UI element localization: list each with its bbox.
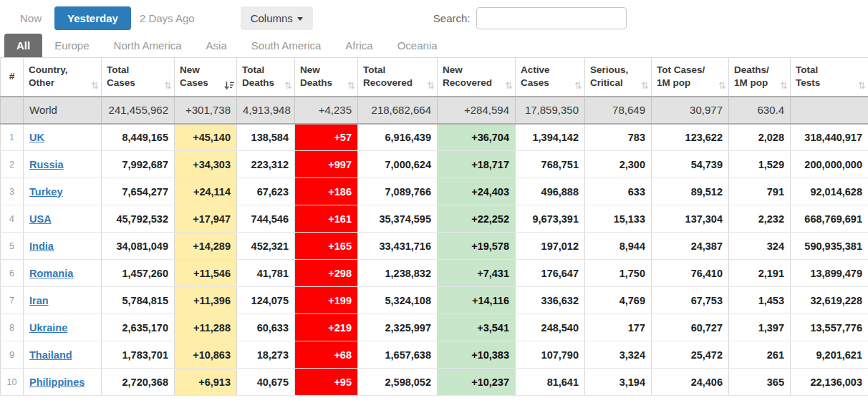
active_cases-cell: 107,790 (516, 341, 585, 369)
total_deaths-cell: 138,584 (237, 124, 295, 151)
total_deaths-cell: 4,913,948 (237, 97, 295, 124)
active_cases-cell: 176,647 (516, 260, 585, 287)
serious_critical-cell: 4,769 (585, 287, 652, 314)
total_tests-cell: 22,136,003 (791, 369, 868, 396)
new_cases-cell: +10,863 (175, 341, 237, 369)
column-label: Tot Cases/ 1M pop (657, 64, 705, 89)
caret-down-icon (297, 17, 303, 21)
country-link[interactable]: India (29, 240, 54, 252)
sort-icon: ⇅ (718, 81, 726, 90)
country-link[interactable]: Russia (29, 159, 64, 170)
cases_per_1m-cell: 25,472 (652, 341, 729, 369)
deaths_per_1m-cell: 261 (729, 341, 791, 369)
world-row: World241,455,962+301,7384,913,948+4,2352… (1, 97, 868, 124)
cases_per_1m-cell: 24,387 (652, 233, 729, 260)
column-header-cases_per_1m[interactable]: Tot Cases/ 1M pop⇅ (652, 58, 729, 97)
time-filter-now[interactable]: Now (11, 7, 50, 29)
total_recovered-cell: 2,325,997 (358, 314, 438, 341)
total_cases-cell: 34,081,049 (102, 233, 175, 260)
column-header-serious_critical[interactable]: Serious, Critical⇅ (585, 58, 652, 97)
table-row: 2Russia7,992,687+34,303223,312+9977,000,… (1, 151, 868, 178)
column-header-active_cases[interactable]: Active Cases⇅ (516, 58, 585, 97)
new_recovered-cell: +284,594 (438, 97, 516, 124)
column-label: Total Recovered (363, 64, 413, 89)
column-header-new_deaths[interactable]: New Deaths⇅ (295, 58, 358, 97)
total_deaths-cell: 452,321 (237, 233, 295, 260)
rank-cell: 7 (1, 287, 24, 314)
total_deaths-cell: 40,675 (237, 369, 295, 396)
active_cases-cell: 17,859,350 (516, 97, 585, 124)
column-label: Country, Other (29, 64, 68, 89)
country-link[interactable]: Philippines (29, 376, 85, 388)
new_cases-cell: +14,289 (175, 233, 237, 260)
cases_per_1m-cell: 89,512 (652, 178, 729, 205)
active_cases-cell: 768,751 (516, 151, 585, 178)
sort-icon: ⇅ (284, 81, 292, 90)
table-row: 6Romania1,457,260+11,54641,781+2981,238,… (1, 260, 868, 287)
search-input[interactable] (476, 7, 627, 29)
search-area: Search: (433, 7, 627, 29)
column-header-total_deaths[interactable]: Total Deaths⇅ (237, 58, 295, 97)
country-cell: India (24, 233, 102, 260)
new_deaths-cell: +199 (295, 287, 358, 314)
deaths_per_1m-cell: 2,028 (729, 124, 791, 151)
deaths_per_1m-cell: 365 (729, 369, 791, 396)
column-header-new_cases[interactable]: New Cases (175, 58, 237, 97)
column-label: Active Cases (521, 64, 550, 89)
columns-button-label: Columns (251, 12, 293, 24)
top-toolbar: Now Yesterday 2 Days Ago Columns Search: (0, 0, 868, 34)
cases_per_1m-cell: 137,304 (652, 205, 729, 233)
new_recovered-cell: +14,116 (438, 287, 516, 314)
cases_per_1m-cell: 24,406 (652, 369, 729, 396)
column-label: Total Cases (107, 64, 135, 89)
column-label: # (9, 70, 15, 83)
total_tests-cell (791, 97, 868, 124)
country-link[interactable]: Turkey (29, 186, 62, 198)
cases_per_1m-cell: 123,622 (652, 124, 729, 151)
country-link[interactable]: Thailand (29, 349, 72, 361)
tab-europe[interactable]: Europe (42, 34, 101, 57)
tab-asia[interactable]: Asia (194, 34, 239, 57)
new_cases-cell: +17,947 (175, 205, 237, 233)
search-label: Search: (433, 12, 471, 24)
serious_critical-cell: 633 (585, 178, 652, 205)
covid-table: #Country, Other⇅Total Cases⇅New CasesTot… (0, 57, 868, 396)
total_recovered-cell: 1,238,832 (358, 260, 438, 287)
column-header-new_recovered[interactable]: New Recovered⇅ (438, 58, 516, 97)
new_recovered-cell: +24,403 (438, 178, 516, 205)
total_cases-cell: 8,449,165 (102, 124, 175, 151)
rank-cell: 8 (1, 314, 24, 341)
column-header-country[interactable]: Country, Other⇅ (24, 58, 102, 97)
country-link[interactable]: Iran (29, 295, 49, 306)
tab-north-america[interactable]: North America (102, 34, 194, 57)
column-label: Deaths/ 1M pop (734, 64, 769, 89)
column-header-total_tests[interactable]: Total Tests⇅ (791, 58, 868, 97)
column-header-total_recovered[interactable]: Total Recovered⇅ (358, 58, 438, 97)
tab-south-america[interactable]: South America (239, 34, 334, 57)
serious_critical-cell: 8,944 (585, 233, 652, 260)
rank-cell: 1 (1, 124, 24, 151)
active_cases-cell: 336,632 (516, 287, 585, 314)
tab-africa[interactable]: Africa (333, 34, 385, 57)
column-header-total_cases[interactable]: Total Cases⇅ (102, 58, 175, 97)
column-header-deaths_per_1m[interactable]: Deaths/ 1M pop⇅ (729, 58, 791, 97)
total_tests-cell: 32,619,228 (791, 287, 868, 314)
time-filter-2-days-ago[interactable]: 2 Days Ago (131, 7, 203, 29)
country-link[interactable]: USA (29, 213, 52, 225)
country-link[interactable]: UK (29, 132, 44, 143)
table-row: 9Thailand1,783,701+10,86318,273+681,657,… (1, 341, 868, 369)
total_deaths-cell: 18,273 (237, 341, 295, 369)
tab-all[interactable]: All (4, 34, 42, 57)
country-link[interactable]: Ukraine (29, 322, 67, 334)
total_cases-cell: 1,783,701 (102, 341, 175, 369)
columns-button[interactable]: Columns (241, 6, 313, 30)
total_tests-cell: 318,440,917 (791, 124, 868, 151)
time-filter-yesterday[interactable]: Yesterday (54, 6, 131, 30)
table-row: 3Turkey7,654,277+24,11467,623+1867,089,7… (1, 178, 868, 205)
deaths_per_1m-cell: 630.4 (729, 97, 791, 124)
country-link[interactable]: Romania (29, 268, 73, 279)
new_deaths-cell: +997 (295, 151, 358, 178)
tab-oceania[interactable]: Oceania (385, 34, 450, 57)
sort-icon: ⇅ (505, 81, 513, 90)
country-cell: Iran (24, 287, 102, 314)
